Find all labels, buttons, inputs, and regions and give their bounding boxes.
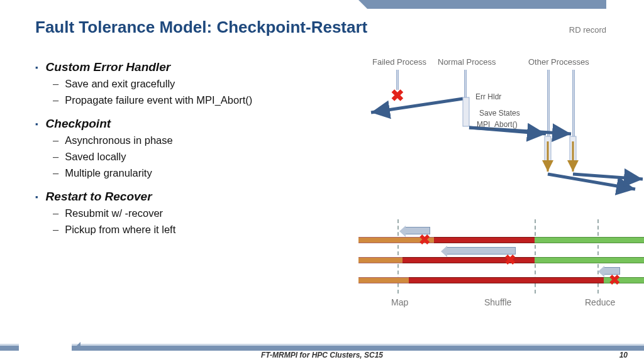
dash-icon: – — [53, 224, 58, 236]
page-number: 10 — [619, 351, 628, 359]
bar2-map — [358, 257, 402, 263]
svg-line-0 — [371, 99, 463, 112]
list-item: –Save and exit gracefully — [53, 78, 337, 90]
bar2-reduce — [535, 257, 644, 263]
dash-icon: – — [53, 207, 58, 219]
rd-record-label: RD record — [569, 25, 606, 35]
svg-rect-1 — [463, 97, 469, 126]
label-err-hldr: Err Hldr — [475, 92, 501, 101]
item-text: Propagate failure event with MPI_Abort() — [65, 94, 252, 106]
diagram-arrows — [358, 53, 644, 211]
bar1-shuffle — [434, 237, 535, 243]
list-item: –Pickup from where it left — [53, 224, 337, 236]
section-title: Checkpoint — [46, 117, 111, 131]
bar3-map — [358, 277, 409, 283]
bullet-content: ▪ Custom Error Handler –Save and exit gr… — [35, 60, 337, 240]
section-1-heading: ▪ Custom Error Handler — [35, 60, 337, 74]
section-3-heading: ▪ Restart to Recover — [35, 190, 337, 204]
list-item: –Propagate failure event with MPI_Abort(… — [53, 94, 337, 106]
process-diagram: Failed Process Normal Process Other Proc… — [358, 53, 644, 211]
list-item: –Resubmit w/ -recover — [53, 207, 337, 219]
dash-icon: – — [53, 78, 58, 90]
label-mpi-abort: MPI_Abort() — [477, 120, 518, 129]
footer-caption: FT-MRMPI for HPC Clusters, SC15 — [0, 351, 644, 359]
bar3-shuffle — [409, 277, 604, 283]
item-text: Asynchronous in phase — [65, 134, 173, 146]
header-accent-bar — [367, 0, 606, 9]
section-title: Custom Error Handler — [46, 60, 170, 74]
phase-label-reduce: Reduce — [585, 297, 615, 307]
dash-icon: – — [53, 134, 58, 146]
section-2-heading: ▪ Checkpoint — [35, 117, 337, 131]
phase-label-map: Map — [391, 297, 408, 307]
bullet-square-icon: ▪ — [35, 119, 38, 129]
bullet-square-icon: ▪ — [35, 192, 38, 202]
dash-icon: – — [53, 94, 58, 106]
dash-icon: – — [53, 151, 58, 163]
cross-icon: ✖ — [419, 232, 430, 248]
item-text: Pickup from where it left — [65, 224, 175, 236]
svg-line-9 — [573, 174, 643, 179]
cross-icon: ✖ — [504, 252, 516, 268]
bullet-square-icon: ▪ — [35, 63, 38, 72]
item-text: Save and exit gracefully — [65, 78, 175, 90]
footer-divider — [0, 346, 644, 351]
item-text: Resubmit w/ -recover — [65, 207, 163, 219]
list-item: –Saved locally — [53, 151, 337, 163]
cross-icon: ✖ — [609, 272, 620, 288]
section-title: Restart to Recover — [46, 190, 152, 204]
footer-tab-notch — [19, 342, 72, 351]
item-text: Saved locally — [65, 151, 126, 163]
phases-diagram: ✖ ✖ ✖ Map Shuffle Reduce — [358, 217, 644, 317]
list-item: –Asynchronous in phase — [53, 134, 337, 146]
label-save-states: Save States — [479, 109, 520, 118]
phase-label-shuffle: Shuffle — [484, 297, 511, 307]
list-item: –Multiple granularity — [53, 167, 337, 179]
page-title: Fault Tolerance Model: Checkpoint-Restar… — [35, 18, 367, 37]
item-text: Multiple granularity — [65, 167, 152, 179]
dash-icon: – — [53, 167, 58, 179]
bar1-reduce — [535, 237, 644, 243]
